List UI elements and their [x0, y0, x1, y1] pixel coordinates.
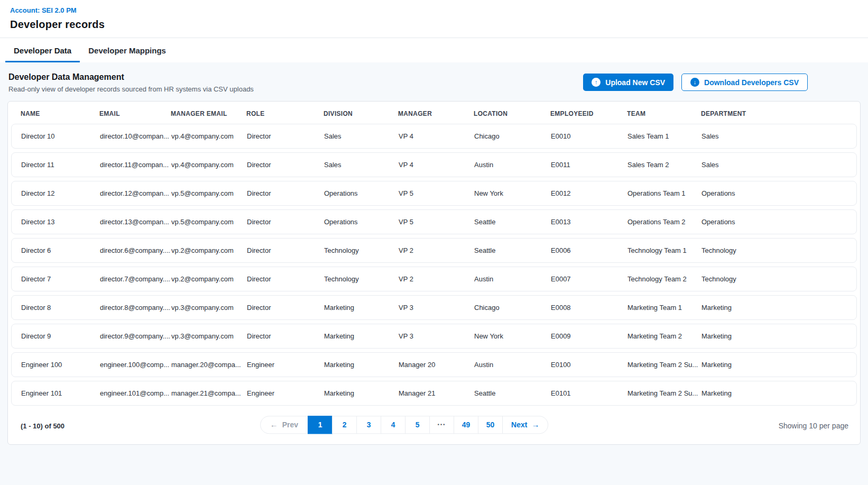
cell-department: Operations — [701, 189, 847, 197]
page-button-1[interactable]: 1 — [308, 416, 333, 434]
upload-new-csv-button[interactable]: ↑ Upload New CSV — [583, 74, 673, 91]
table-row[interactable]: Director 12director.12@compan...vp.5@com… — [11, 181, 857, 206]
cell-location: Chicago — [474, 132, 551, 140]
cell-name: Director 9 — [21, 332, 100, 340]
cell-manager: VP 3 — [399, 332, 474, 340]
cell-manager-email: vp.2@company.com — [171, 275, 247, 283]
cell-name: Director 12 — [21, 189, 100, 197]
upload-button-label: Upload New CSV — [605, 78, 665, 87]
cell-email: director.13@compan... — [100, 218, 171, 226]
cell-manager-email: vp.3@company.com — [171, 304, 247, 312]
cell-name: Director 6 — [21, 246, 100, 254]
cell-division: Marketing — [324, 389, 399, 397]
cell-employeeid: E0013 — [551, 218, 627, 226]
column-header-division: DIVISION — [324, 110, 398, 117]
table-row[interactable]: Director 6director.6@company....vp.2@com… — [11, 238, 857, 263]
page-button-4[interactable]: 4 — [381, 416, 405, 434]
csv-actions: ↑ Upload New CSV ↓ Download Developers C… — [583, 74, 808, 91]
cell-email: director.12@compan... — [100, 189, 171, 197]
developer-records-page: Account: SEI 2.0 PM Developer records De… — [0, 0, 868, 485]
per-page-label: Showing 10 per page — [779, 422, 848, 430]
page-button-50[interactable]: 50 — [478, 416, 503, 434]
column-header-name: NAME — [21, 110, 99, 117]
download-button-label: Download Developers CSV — [704, 78, 799, 87]
cell-name: Director 7 — [21, 275, 100, 283]
cell-department: Marketing — [701, 304, 847, 312]
table-row[interactable]: Director 7director.7@company....vp.2@com… — [11, 267, 857, 291]
cell-employeeid: E0006 — [551, 246, 627, 254]
table-row[interactable]: Director 9director.9@company....vp.3@com… — [11, 324, 857, 349]
cell-email: engineer.101@comp... — [100, 389, 171, 397]
cell-department: Marketing — [701, 332, 847, 340]
tab-developer-mappings[interactable]: Developer Mappings — [80, 38, 174, 62]
cell-name: Engineer 101 — [21, 389, 100, 397]
table-row[interactable]: Engineer 101engineer.101@comp...manager.… — [11, 381, 857, 406]
account-breadcrumb[interactable]: Account: SEI 2.0 PM — [10, 6, 77, 14]
cell-location: Seattle — [474, 389, 551, 397]
page-button-2[interactable]: 2 — [332, 416, 357, 434]
cell-division: Marketing — [324, 304, 399, 312]
cell-role: Director — [247, 189, 324, 197]
prev-page-button[interactable]: ←Prev — [260, 416, 308, 434]
table-row[interactable]: Director 8director.8@company....vp.3@com… — [11, 295, 857, 320]
next-page-button[interactable]: Next→ — [502, 416, 548, 434]
tab-developer-data[interactable]: Developer Data — [5, 38, 80, 62]
table-footer: (1 - 10) of 500 ←Prev12345•••4950Next→ S… — [8, 406, 860, 444]
cell-department: Technology — [701, 275, 847, 283]
page-button-3[interactable]: 3 — [356, 416, 381, 434]
cell-manager-email: manager.20@compa... — [171, 361, 247, 369]
cell-name: Director 11 — [21, 161, 100, 169]
cell-location: Austin — [474, 275, 551, 283]
cell-team: Marketing Team 2 Su... — [627, 389, 701, 397]
next-label: Next — [511, 420, 527, 429]
pagination-range-label: (1 - 10) of 500 — [21, 422, 64, 430]
cell-employeeid: E0011 — [551, 161, 627, 169]
cell-department: Marketing — [701, 389, 847, 397]
cell-division: Operations — [324, 189, 399, 197]
cell-location: Austin — [474, 361, 551, 369]
cell-team: Technology Team 1 — [627, 246, 701, 254]
cell-email: director.9@company.... — [100, 332, 171, 340]
table-row[interactable]: Engineer 100engineer.100@comp...manager.… — [11, 352, 857, 377]
cell-division: Marketing — [324, 332, 399, 340]
cell-email: director.6@company.... — [100, 246, 171, 254]
cell-manager-email: vp.3@company.com — [171, 332, 247, 340]
cell-employeeid: E0008 — [551, 304, 627, 312]
upload-icon: ↑ — [592, 78, 601, 87]
cell-manager: VP 4 — [399, 132, 474, 140]
cell-employeeid: E0101 — [551, 389, 627, 397]
cell-role: Director — [247, 161, 324, 169]
pagination-ellipsis[interactable]: ••• — [429, 416, 454, 434]
cell-manager-email: vp.4@company.com — [171, 132, 247, 140]
page-button-5[interactable]: 5 — [405, 416, 430, 434]
cell-name: Director 8 — [21, 304, 100, 312]
cell-email: director.7@company.... — [100, 275, 171, 283]
cell-manager-email: vp.2@company.com — [171, 246, 247, 254]
table-row[interactable]: Director 11director.11@compan...vp.4@com… — [11, 152, 857, 177]
content-area: Developer Data Management Read-only view… — [0, 62, 868, 485]
page-button-49[interactable]: 49 — [454, 416, 478, 434]
column-header-email: EMAIL — [99, 110, 171, 117]
cell-manager: VP 5 — [399, 189, 474, 197]
cell-role: Director — [247, 275, 324, 283]
cell-team: Marketing Team 1 — [627, 304, 701, 312]
download-icon: ↓ — [690, 78, 699, 87]
arrow-left-icon: ← — [270, 420, 278, 428]
cell-location: New York — [474, 189, 551, 197]
download-developers-csv-button[interactable]: ↓ Download Developers CSV — [681, 74, 808, 91]
table-header-row: NAMEEMAILMANAGER EMAILROLEDIVISIONMANAGE… — [8, 102, 860, 124]
table-row[interactable]: Director 13director.13@compan...vp.5@com… — [11, 209, 857, 234]
cell-manager-email: vp.5@company.com — [171, 189, 247, 197]
section-subtitle: Read-only view of developer records sour… — [8, 85, 254, 93]
developer-data-table: NAMEEMAILMANAGER EMAILROLEDIVISIONMANAGE… — [7, 101, 861, 445]
table-row[interactable]: Director 10director.10@compan...vp.4@com… — [11, 124, 857, 149]
cell-team: Operations Team 2 — [627, 218, 701, 226]
cell-role: Director — [247, 218, 324, 226]
column-header-employeeid: EMPLOYEEID — [550, 110, 627, 117]
cell-role: Engineer — [247, 389, 324, 397]
cell-email: director.8@company.... — [100, 304, 171, 312]
cell-division: Sales — [324, 132, 399, 140]
cell-name: Engineer 100 — [21, 361, 100, 369]
column-header-team: TEAM — [627, 110, 701, 117]
column-header-manager-email: MANAGER EMAIL — [171, 110, 246, 117]
